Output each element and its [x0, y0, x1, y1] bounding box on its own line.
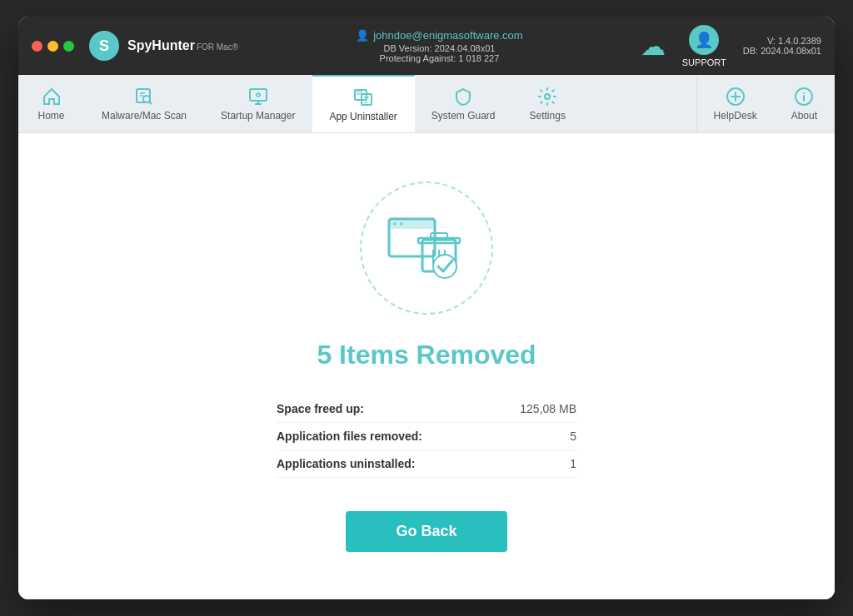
- nav-item-about[interactable]: About: [775, 75, 835, 132]
- svg-point-26: [803, 92, 805, 94]
- nav-item-helpdesk[interactable]: HelpDesk: [697, 75, 775, 132]
- minimize-button[interactable]: [47, 41, 58, 52]
- go-back-button[interactable]: Go Back: [346, 511, 506, 552]
- nav-item-malware[interactable]: Malware/Mac Scan: [85, 75, 204, 132]
- title-bar: S SpyHunter FOR Mac® 👤 johndoe@enigmasof…: [18, 17, 835, 75]
- nav-item-sysguard[interactable]: System Guard: [415, 75, 513, 132]
- header-right: ☁ 👤 SUPPORT V: 1.4.0.2389 DB: 2024.04.08…: [641, 25, 821, 67]
- stat-row-apps: Applications uninstalled: 1: [277, 450, 576, 478]
- db-version-info: DB Version: 2024.04.08x01 Protecting Aga…: [380, 43, 500, 63]
- header-center: 👤 johndoe@enigmasoftware.com DB Version:…: [356, 29, 522, 63]
- app-uninstaller-icon: [353, 87, 373, 107]
- result-title: 5 Items Removed: [317, 340, 536, 370]
- maximize-button[interactable]: [63, 41, 74, 52]
- system-guard-icon: [453, 87, 473, 107]
- stat-label-apps: Applications uninstalled:: [277, 457, 415, 470]
- main-content: 5 Items Removed Space freed up: 125,08 M…: [18, 133, 835, 599]
- about-icon: [794, 87, 814, 107]
- svg-point-29: [393, 222, 397, 226]
- result-icon-container: [360, 181, 493, 315]
- stat-row-files: Application files removed: 5: [277, 423, 576, 450]
- nav-item-settings[interactable]: Settings: [513, 75, 583, 132]
- user-icon: 👤: [356, 29, 369, 42]
- helpdesk-icon: [726, 87, 746, 107]
- svg-point-37: [433, 255, 456, 278]
- svg-point-10: [257, 93, 260, 97]
- nav-spacer: [583, 75, 696, 132]
- traffic-lights: [32, 41, 74, 52]
- nav-item-startup[interactable]: Startup Manager: [204, 75, 312, 132]
- logo-name: SpyHunter: [127, 38, 195, 53]
- uninstall-complete-icon: [385, 215, 468, 281]
- stat-value-space: 125,08 MB: [520, 402, 576, 415]
- svg-rect-7: [250, 89, 267, 101]
- nav-item-home[interactable]: Home: [18, 75, 85, 132]
- svg-line-4: [149, 102, 152, 104]
- version-info: V: 1.4.0.2389 DB: 2024.04.08x01: [743, 36, 821, 56]
- app-window: S SpyHunter FOR Mac® 👤 johndoe@enigmasof…: [18, 17, 835, 599]
- svg-rect-15: [357, 92, 362, 94]
- malware-scan-icon: [134, 87, 154, 107]
- support-button[interactable]: 👤 SUPPORT: [682, 25, 726, 67]
- svg-text:S: S: [99, 37, 109, 54]
- stat-row-space: Space freed up: 125,08 MB: [277, 395, 576, 423]
- download-icon[interactable]: ☁: [641, 32, 666, 61]
- stats-table: Space freed up: 125,08 MB Application fi…: [277, 395, 576, 478]
- logo-formac: FOR Mac®: [197, 42, 238, 52]
- nav-right: HelpDesk About: [696, 75, 835, 132]
- nav-item-uninstaller[interactable]: App Uninstaller: [312, 75, 414, 132]
- stat-label-space: Space freed up:: [277, 402, 364, 415]
- svg-point-3: [143, 96, 150, 102]
- user-email-display: 👤 johndoe@enigmasoftware.com: [356, 29, 522, 42]
- stat-value-apps: 1: [570, 457, 576, 470]
- home-icon: [42, 87, 62, 107]
- svg-point-20: [545, 94, 550, 99]
- spyhunter-logo-icon: S: [87, 29, 121, 62]
- svg-point-30: [400, 222, 403, 226]
- support-avatar-icon: 👤: [689, 25, 719, 55]
- close-button[interactable]: [32, 41, 42, 52]
- svg-rect-33: [431, 233, 447, 238]
- stat-value-files: 5: [570, 430, 576, 443]
- logo-area: S SpyHunter FOR Mac®: [87, 29, 238, 62]
- nav-bar: Home Malware/Mac Scan Startup Ma: [18, 75, 835, 133]
- startup-manager-icon: [248, 87, 268, 107]
- stat-label-files: Application files removed:: [277, 430, 422, 443]
- settings-icon: [537, 87, 557, 107]
